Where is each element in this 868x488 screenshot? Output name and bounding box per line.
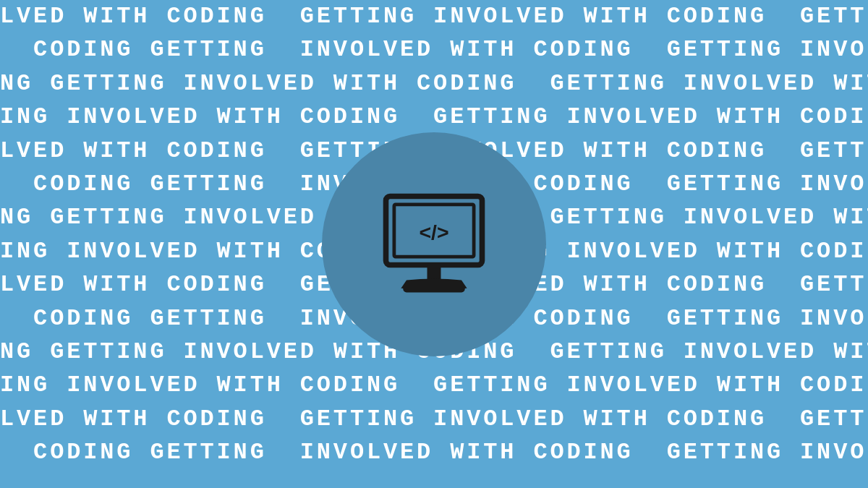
text-row: LVED WITH CODING GETTING INVOLVED WITH C… — [0, 0, 868, 33]
text-row: ING INVOLVED WITH CODING GETTING INVOLVE… — [0, 369, 868, 402]
text-row: NG GETTING INVOLVED WITH CODING GETTING … — [0, 67, 868, 100]
text-row: CODING GETTING INVOLVED WITH CODING GETT… — [0, 33, 868, 67]
text-row: CODING GETTING INVOLVED WITH CODING GETT… — [0, 436, 868, 469]
text-row: LVED WITH CODING GETTING INVOLVED WITH C… — [0, 403, 868, 436]
svg-rect-3 — [427, 265, 441, 280]
monitor-code-icon: </> — [365, 176, 503, 313]
text-row: ING INVOLVED WITH CODING GETTING INVOLVE… — [0, 100, 868, 134]
svg-rect-4 — [403, 286, 465, 293]
center-circle: </> — [322, 132, 546, 356]
svg-text:</>: </> — [419, 221, 448, 244]
